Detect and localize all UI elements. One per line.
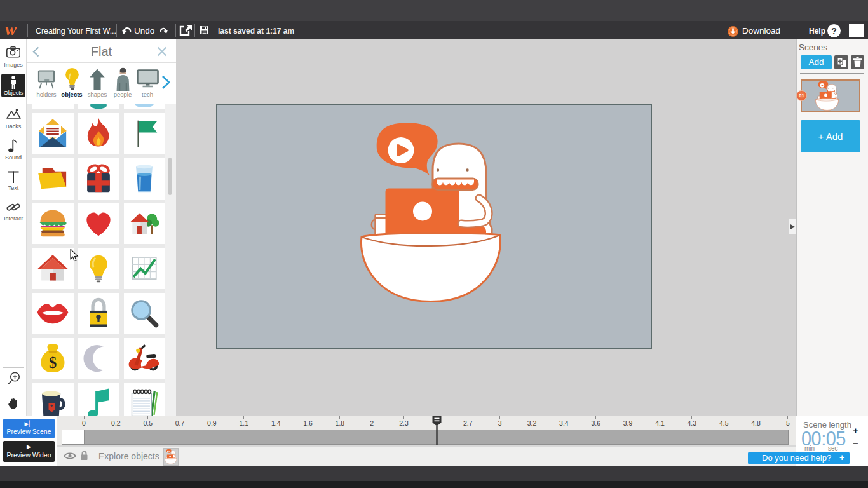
svg-text:$: $ [49, 354, 57, 371]
svg-text:?: ? [831, 26, 837, 36]
